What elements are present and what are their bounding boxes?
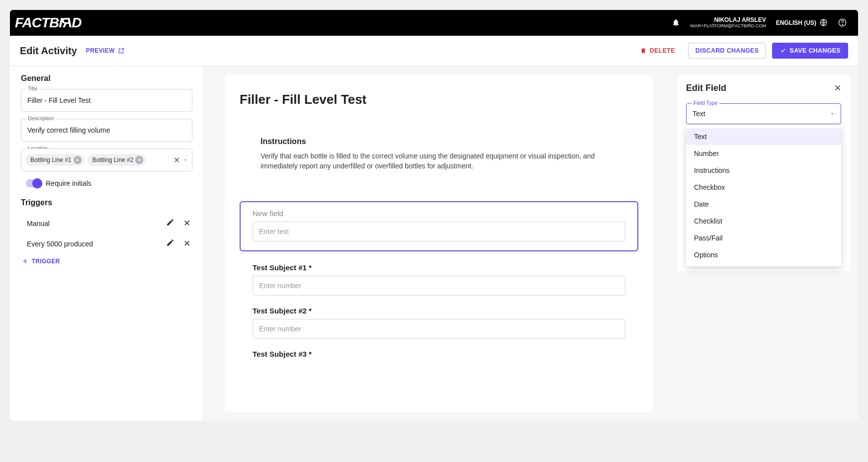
dropdown-option-instructions[interactable]: Instructions: [686, 162, 841, 179]
user-name: NIKOLAJ ARSLEV: [690, 17, 766, 23]
activity-title: Filler - Fill Level Test: [240, 92, 638, 107]
close-icon[interactable]: ✕: [834, 83, 841, 93]
field-type-dropdown: Text Number Instructions Checkbox Date C…: [686, 125, 841, 266]
form-field[interactable]: Test Subject #3 *: [253, 350, 625, 358]
location-field[interactable]: Location Bottling Line #1 ✕ Bottling Lin…: [21, 149, 192, 171]
delete-trigger-icon[interactable]: ✕: [183, 218, 190, 229]
add-trigger-button[interactable]: + TRIGGER: [21, 257, 192, 266]
notifications-icon[interactable]: [672, 18, 680, 27]
external-link-icon: [118, 47, 125, 54]
description-input[interactable]: Verify correct filling volume: [21, 119, 192, 142]
discard-button[interactable]: DISCARD CHANGES: [688, 43, 766, 59]
dropdown-option-number[interactable]: Number: [686, 145, 841, 162]
dropdown-option-text[interactable]: Text: [686, 128, 841, 145]
title-input[interactable]: Filler - Fill Level Test: [21, 89, 192, 112]
dropdown-option-checklist[interactable]: Checklist: [686, 213, 841, 230]
dropdown-option-options[interactable]: Options: [686, 246, 841, 263]
caret-up-icon: [830, 111, 835, 116]
location-chip[interactable]: Bottling Line #1 ✕: [25, 154, 85, 166]
plus-icon: +: [23, 257, 28, 266]
user-menu[interactable]: NIKOLAJ ARSLEV NIAR+PLATFORM@FACTBIRD.CO…: [690, 17, 766, 28]
field-input[interactable]: [253, 276, 625, 296]
svg-point-2: [842, 24, 843, 25]
delete-button[interactable]: DELETE: [633, 43, 682, 58]
remove-chip-icon[interactable]: ✕: [74, 156, 82, 164]
language-selector[interactable]: ENGLISH (US): [776, 18, 828, 27]
brand-logo: FACTBIRD: [15, 15, 82, 31]
field-input[interactable]: [253, 319, 625, 339]
general-heading: General: [21, 74, 192, 83]
edit-icon[interactable]: [166, 218, 174, 227]
edit-icon[interactable]: [166, 238, 174, 247]
form-field[interactable]: Test Subject #1 *: [253, 263, 625, 296]
clear-all-icon[interactable]: ✕: [174, 155, 180, 165]
sidebar-general: General Title Filler - Fill Level Test D…: [10, 66, 204, 421]
trigger-row: Every 5000 produced ✕: [21, 233, 192, 254]
toggle-switch[interactable]: [26, 179, 41, 187]
trigger-row: Manual ✕: [21, 213, 192, 233]
activity-preview-card: Filler - Fill Level Test Instructions Ve…: [225, 75, 653, 412]
require-initials-toggle[interactable]: Require initials: [26, 179, 192, 187]
preview-link[interactable]: PREVIEW: [86, 47, 125, 54]
location-chip[interactable]: Bottling Line #2 ✕: [87, 154, 147, 166]
check-icon: [780, 47, 786, 54]
save-button[interactable]: SAVE CHANGES: [772, 43, 848, 59]
dropdown-option-passfail[interactable]: Pass/Fail: [686, 230, 841, 246]
triggers-heading: Triggers: [21, 198, 192, 207]
selected-field[interactable]: New field: [240, 201, 638, 251]
page-title: Edit Activity: [20, 45, 77, 57]
form-field[interactable]: Test Subject #2 *: [253, 307, 625, 339]
trash-icon: [640, 47, 647, 54]
title-field[interactable]: Title Filler - Fill Level Test: [21, 89, 192, 112]
help-icon[interactable]: [838, 18, 847, 27]
description-field[interactable]: Description Verify correct filling volum…: [21, 119, 192, 142]
new-field-input[interactable]: [253, 222, 625, 241]
instructions-block: Instructions Verify that each bottle is …: [240, 137, 638, 171]
top-bar: FACTBIRD NIKOLAJ ARSLEV NIAR+PLATFORM@FA…: [10, 10, 858, 36]
dropdown-option-date[interactable]: Date: [686, 196, 841, 213]
edit-field-title: Edit Field: [686, 83, 726, 93]
delete-trigger-icon[interactable]: ✕: [183, 238, 190, 249]
globe-icon: [819, 18, 828, 27]
user-email: NIAR+PLATFORM@FACTBIRD.COM: [690, 24, 766, 29]
remove-chip-icon[interactable]: ✕: [135, 156, 143, 164]
caret-down-icon[interactable]: [183, 157, 188, 162]
dropdown-option-checkbox[interactable]: Checkbox: [686, 179, 841, 196]
field-type-select[interactable]: Field Type Text: [686, 103, 841, 124]
edit-field-panel: Edit Field ✕ Field Type Text Text Number: [677, 75, 850, 271]
page-header: Edit Activity PREVIEW DELETE DISCARD CHA…: [10, 36, 858, 66]
